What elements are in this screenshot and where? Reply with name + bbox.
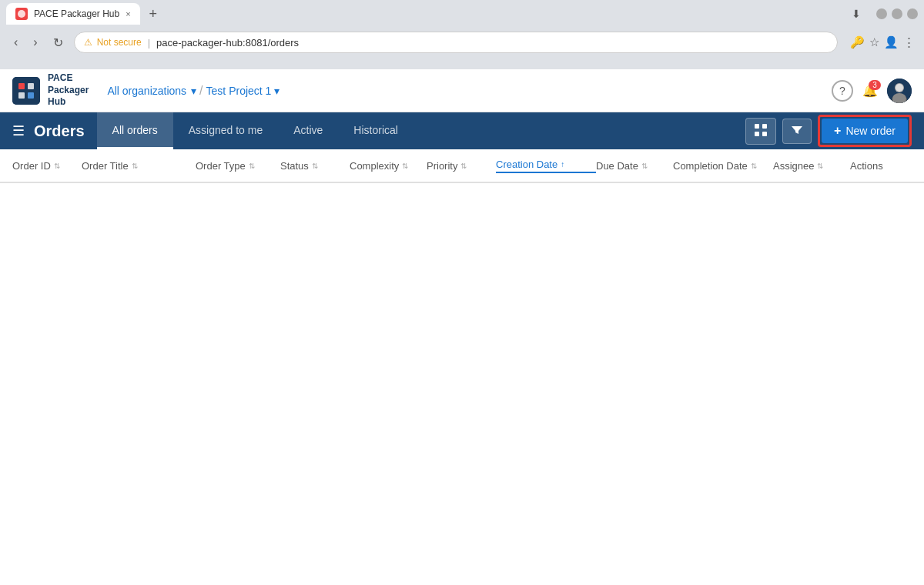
- col-creation-date[interactable]: Creation Date ↑: [496, 159, 596, 173]
- plus-icon: +: [834, 124, 841, 138]
- grid-view-button[interactable]: [745, 118, 776, 145]
- col-assignee[interactable]: Assignee ⇅: [773, 160, 850, 172]
- sidebar-toggle-button[interactable]: ☰: [12, 112, 34, 149]
- user-avatar[interactable]: [887, 79, 912, 103]
- col-actions: Actions: [850, 160, 912, 172]
- svg-rect-3: [28, 83, 34, 89]
- org-chevron-icon: ▾: [191, 85, 196, 97]
- logo-text: PACE Packager Hub: [48, 72, 89, 109]
- new-order-button-wrapper: + New order: [818, 115, 912, 147]
- sort-order-title-icon: ⇅: [132, 162, 138, 170]
- star-icon[interactable]: ☆: [869, 35, 879, 49]
- col-completion-date[interactable]: Completion Date ⇅: [673, 160, 773, 172]
- org-selector[interactable]: All organizations ▾: [107, 85, 196, 97]
- forward-button[interactable]: ›: [28, 32, 42, 52]
- svg-rect-4: [18, 92, 25, 99]
- main-content: Order ID ⇅ Order Title ⇅ Order Type ⇅ St…: [0, 149, 924, 585]
- col-due-date-label: Due Date: [596, 160, 638, 172]
- sort-completion-date-icon: ⇅: [751, 162, 757, 170]
- address-text: pace-packager-hub:8081/orders: [156, 37, 299, 48]
- download-icon: ⬇: [849, 5, 864, 23]
- svg-rect-5: [28, 92, 34, 99]
- sort-priority-icon: ⇅: [460, 162, 467, 170]
- tab-close-btn[interactable]: ×: [126, 9, 130, 18]
- reload-button[interactable]: ↻: [49, 32, 68, 53]
- app-header: PACE Packager Hub All organizations ▾ / …: [0, 69, 924, 112]
- table-body-empty: [0, 183, 924, 585]
- tab-favicon: [15, 8, 28, 20]
- new-order-button[interactable]: + New order: [822, 119, 908, 143]
- logo-icon: [12, 77, 40, 105]
- col-order-type[interactable]: Order Type ⇅: [196, 160, 280, 172]
- sort-assignee-icon: ⇅: [817, 162, 823, 170]
- svg-rect-13: [755, 132, 759, 136]
- new-order-label: New order: [845, 125, 896, 137]
- col-due-date[interactable]: Due Date ⇅: [596, 160, 673, 172]
- col-order-title[interactable]: Order Title ⇅: [82, 160, 196, 172]
- project-chevron-icon: ▾: [274, 85, 280, 97]
- col-status[interactable]: Status ⇅: [280, 160, 350, 172]
- svg-rect-11: [755, 124, 759, 129]
- filter-button[interactable]: [782, 119, 812, 144]
- svg-rect-14: [762, 132, 767, 136]
- sort-creation-date-icon: ↑: [561, 160, 564, 169]
- header-right: ? 🔔 3: [832, 79, 912, 103]
- notification-badge: 3: [869, 80, 881, 90]
- breadcrumb-separator: /: [199, 84, 203, 98]
- app-logo: PACE Packager Hub: [12, 72, 89, 109]
- col-order-title-label: Order Title: [82, 160, 129, 172]
- grid-icon: [754, 123, 768, 139]
- table-header: Order ID ⇅ Order Title ⇅ Order Type ⇅ St…: [0, 149, 924, 183]
- sort-due-date-icon: ⇅: [641, 162, 648, 170]
- project-selector[interactable]: Test Project 1 ▾: [206, 85, 280, 97]
- col-creation-date-label: Creation Date: [496, 159, 557, 170]
- not-secure-label: Not secure: [97, 37, 142, 48]
- browser-tab[interactable]: PACE Packager Hub ×: [6, 3, 140, 25]
- help-icon: ?: [839, 85, 845, 97]
- svg-rect-2: [18, 83, 25, 89]
- col-completion-date-label: Completion Date: [673, 160, 748, 172]
- sort-status-icon: ⇅: [312, 162, 318, 170]
- new-tab-button[interactable]: +: [146, 3, 161, 25]
- notifications-button[interactable]: 🔔 3: [862, 83, 878, 98]
- col-priority[interactable]: Priority ⇅: [427, 160, 496, 172]
- svg-rect-1: [12, 77, 40, 105]
- svg-point-9: [896, 84, 903, 92]
- col-complexity[interactable]: Complexity ⇅: [350, 160, 427, 172]
- col-priority-label: Priority: [427, 160, 457, 172]
- key-icon[interactable]: 🔑: [850, 35, 865, 49]
- nav-bar: ☰ Orders All orders Assigned to me Activ…: [0, 112, 924, 149]
- col-order-id-label: Order ID: [12, 160, 51, 172]
- sort-complexity-icon: ⇅: [402, 162, 408, 170]
- profile-icon[interactable]: 👤: [884, 35, 899, 49]
- org-label: All organizations: [107, 85, 186, 97]
- col-status-label: Status: [280, 160, 309, 172]
- tab-assigned-to-me[interactable]: Assigned to me: [173, 112, 279, 149]
- col-assignee-label: Assignee: [773, 160, 814, 172]
- sort-order-id-icon: ⇅: [54, 162, 60, 170]
- col-actions-label: Actions: [850, 160, 883, 172]
- svg-point-0: [18, 10, 25, 18]
- maximize-button[interactable]: [892, 8, 902, 19]
- page-title: Orders: [34, 112, 97, 149]
- back-button[interactable]: ‹: [9, 32, 22, 52]
- sort-order-type-icon: ⇅: [249, 162, 255, 170]
- nav-tabs: All orders Assigned to me Active Histori…: [97, 112, 413, 149]
- tab-active[interactable]: Active: [278, 112, 338, 149]
- tab-historical[interactable]: Historical: [338, 112, 413, 149]
- minimize-button[interactable]: [876, 8, 887, 19]
- help-button[interactable]: ?: [832, 80, 853, 102]
- svg-rect-12: [762, 124, 767, 129]
- col-order-id[interactable]: Order ID ⇅: [12, 160, 82, 172]
- address-bar-input[interactable]: ⚠ Not secure | pace-packager-hub:8081/or…: [74, 32, 838, 53]
- tab-all-orders[interactable]: All orders: [97, 112, 173, 149]
- filter-icon: [791, 124, 803, 139]
- close-button[interactable]: [907, 8, 918, 19]
- col-order-type-label: Order Type: [196, 160, 246, 172]
- hamburger-icon: ☰: [12, 122, 25, 139]
- tab-title: PACE Packager Hub: [34, 8, 119, 19]
- col-complexity-label: Complexity: [350, 160, 399, 172]
- menu-icon[interactable]: ⋮: [903, 35, 915, 49]
- lock-icon: ⚠: [84, 37, 92, 48]
- project-label: Test Project 1: [206, 85, 272, 97]
